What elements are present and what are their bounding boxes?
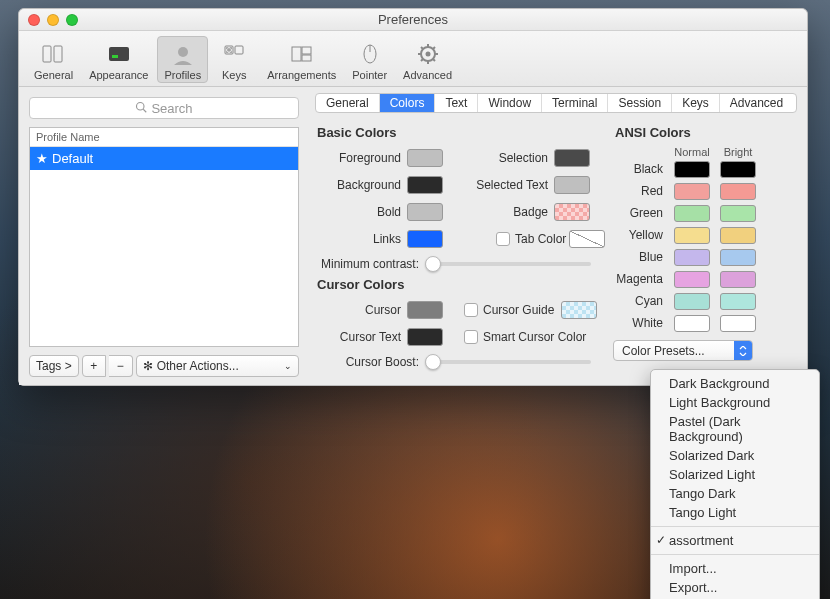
preset-action-import-[interactable]: Import... [651, 559, 819, 578]
window-title: Preferences [19, 12, 807, 27]
toolbar-keys[interactable]: ⌘Keys [210, 36, 258, 83]
ansi-yellow-bright-swatch[interactable] [720, 227, 756, 244]
ansi-red-normal-swatch[interactable] [674, 183, 710, 200]
other-actions-menu[interactable]: ✻ Other Actions... ⌄ [136, 355, 299, 377]
toolbar-advanced[interactable]: Advanced [396, 36, 459, 83]
color-presets-label: Color Presets... [622, 344, 705, 358]
cursor-swatch[interactable] [407, 301, 443, 319]
tab-terminal[interactable]: Terminal [542, 94, 608, 112]
ansi-white-normal-swatch[interactable] [674, 315, 710, 332]
svg-point-14 [425, 52, 430, 57]
selection-swatch[interactable] [554, 149, 590, 167]
background-swatch[interactable] [407, 176, 443, 194]
profiles-icon [168, 40, 198, 68]
toolbar-appearance[interactable]: Appearance [82, 36, 155, 83]
tab-window[interactable]: Window [478, 94, 542, 112]
toolbar-label: Appearance [89, 69, 148, 81]
preset-tango-light[interactable]: Tango Light [651, 503, 819, 522]
svg-rect-9 [302, 47, 311, 54]
preferences-window: Preferences GeneralAppearanceProfiles⌘Ke… [18, 8, 808, 386]
preset-solarized-light[interactable]: Solarized Light [651, 465, 819, 484]
preset-pastel-dark-background-[interactable]: Pastel (Dark Background) [651, 412, 819, 446]
ansi-label: White [613, 316, 669, 330]
tab-color-label: Tab Color [515, 232, 569, 246]
svg-rect-6 [235, 46, 243, 54]
chevron-down-icon: ⌄ [284, 361, 292, 371]
ansi-blue-bright-swatch[interactable] [720, 249, 756, 266]
cursor-boost-slider[interactable] [425, 360, 591, 364]
svg-line-24 [144, 109, 147, 112]
appearance-icon [104, 40, 134, 68]
preset-checked[interactable]: ✓assortment [651, 531, 819, 550]
bold-swatch[interactable] [407, 203, 443, 221]
profile-list[interactable]: Profile Name ★ Default [29, 127, 299, 347]
svg-line-19 [421, 47, 423, 49]
toolbar-profiles[interactable]: Profiles [157, 36, 208, 83]
ansi-green-normal-swatch[interactable] [674, 205, 710, 222]
tab-general[interactable]: General [316, 94, 380, 112]
star-icon: ★ [36, 151, 48, 166]
chevron-down-icon [734, 341, 752, 360]
svg-rect-8 [292, 47, 301, 61]
ansi-label: Red [613, 184, 669, 198]
toolbar-arrangements[interactable]: Arrangements [260, 36, 343, 83]
toolbar-label: Pointer [352, 69, 387, 81]
profile-name: Default [52, 151, 93, 166]
toolbar-label: Arrangements [267, 69, 336, 81]
ansi-label: Cyan [613, 294, 669, 308]
selected-text-swatch[interactable] [554, 176, 590, 194]
preset-light-background[interactable]: Light Background [651, 393, 819, 412]
cursor-guide-swatch[interactable] [561, 301, 597, 319]
cursor-guide-label: Cursor Guide [483, 303, 561, 317]
titlebar[interactable]: Preferences [19, 9, 807, 31]
ansi-cyan-normal-swatch[interactable] [674, 293, 710, 310]
cursor-guide-checkbox[interactable] [464, 303, 478, 317]
remove-profile-button[interactable]: − [109, 355, 133, 377]
min-contrast-label: Minimum contrast: [315, 257, 425, 271]
tab-session[interactable]: Session [608, 94, 672, 112]
ansi-red-bright-swatch[interactable] [720, 183, 756, 200]
ansi-yellow-normal-swatch[interactable] [674, 227, 710, 244]
profile-subtabs: GeneralColorsTextWindowTerminalSessionKe… [315, 93, 797, 113]
tab-color-swatch[interactable] [569, 230, 605, 248]
cursor-text-swatch[interactable] [407, 328, 443, 346]
ansi-black-normal-swatch[interactable] [674, 161, 710, 178]
preset-tango-dark[interactable]: Tango Dark [651, 484, 819, 503]
ansi-row-magenta: Magenta [613, 268, 797, 290]
svg-text:⌘: ⌘ [225, 46, 233, 55]
tags-button[interactable]: Tags > [29, 355, 79, 377]
ansi-green-bright-swatch[interactable] [720, 205, 756, 222]
color-presets-select[interactable]: Color Presets... [613, 340, 753, 361]
search-placeholder: Search [151, 101, 192, 116]
preset-action-export-[interactable]: Export... [651, 578, 819, 597]
ansi-label: Yellow [613, 228, 669, 242]
ansi-magenta-normal-swatch[interactable] [674, 271, 710, 288]
tab-advanced[interactable]: Advanced [720, 94, 793, 112]
add-profile-button[interactable]: + [82, 355, 106, 377]
ansi-label: Black [613, 162, 669, 176]
advanced-icon [413, 40, 443, 68]
toolbar-pointer[interactable]: Pointer [345, 36, 394, 83]
tab-text[interactable]: Text [435, 94, 478, 112]
search-input[interactable]: Search [29, 97, 299, 119]
ansi-black-bright-swatch[interactable] [720, 161, 756, 178]
profile-header: Profile Name [30, 128, 298, 147]
ansi-blue-normal-swatch[interactable] [674, 249, 710, 266]
preset-solarized-dark[interactable]: Solarized Dark [651, 446, 819, 465]
ansi-cyan-bright-swatch[interactable] [720, 293, 756, 310]
ansi-white-bright-swatch[interactable] [720, 315, 756, 332]
foreground-swatch[interactable] [407, 149, 443, 167]
links-swatch[interactable] [407, 230, 443, 248]
tab-color-checkbox[interactable] [496, 232, 510, 246]
badge-swatch[interactable] [554, 203, 590, 221]
toolbar-general[interactable]: General [27, 36, 80, 83]
ansi-magenta-bright-swatch[interactable] [720, 271, 756, 288]
min-contrast-slider[interactable] [425, 262, 591, 266]
smart-cursor-checkbox[interactable] [464, 330, 478, 344]
toolbar-label: Advanced [403, 69, 452, 81]
toolbar-label: Keys [222, 69, 246, 81]
preset-dark-background[interactable]: Dark Background [651, 374, 819, 393]
profile-row-default[interactable]: ★ Default [30, 147, 298, 170]
tab-keys[interactable]: Keys [672, 94, 720, 112]
tab-colors[interactable]: Colors [380, 94, 436, 112]
